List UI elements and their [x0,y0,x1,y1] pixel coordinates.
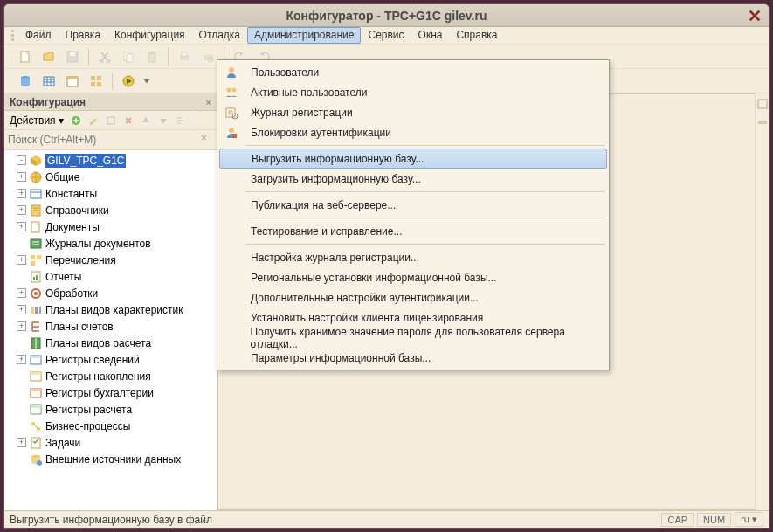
tree-item[interactable]: +Перечисления [4,252,217,268]
tree-item[interactable]: Журналы документов [4,235,217,252]
panel-min-icon[interactable]: _ [197,97,202,107]
dropdown-item[interactable]: Загрузить информационную базу... [219,169,607,189]
expand-icon[interactable]: + [17,172,26,182]
tree-item[interactable]: Регистры накопления [4,368,217,384]
sidebar-header: Конфигурация _× [4,93,217,111]
calendar-icon[interactable] [63,72,82,91]
tree-item[interactable]: +Константы [4,185,217,202]
table-icon[interactable] [39,72,59,91]
expand-icon[interactable]: + [17,255,26,265]
tree-item[interactable]: +Регистры сведений [4,351,217,368]
paste-icon[interactable] [142,47,162,66]
new-file-icon[interactable] [16,47,35,66]
reg3-icon [29,386,43,400]
tree-item-label: Регистры расчета [45,404,132,416]
menu-configuration[interactable]: Конфигурация [107,27,192,44]
tree-item-label: Задачи [45,437,80,449]
dropdown-item[interactable]: Журнал регистрации [219,102,607,122]
svg-point-55 [37,460,42,466]
expand-icon[interactable]: + [17,205,26,215]
delete-icon[interactable] [121,114,135,128]
expand-icon[interactable]: + [17,222,26,231]
status-num: NUM [697,513,731,527]
tree-item[interactable]: +Задачи [4,434,217,451]
dropdown-item[interactable]: Настройка журнала регистрации... [219,247,607,267]
down-icon[interactable] [156,114,170,128]
expand-icon[interactable]: + [17,355,26,364]
dropdown-item[interactable]: Региональные установки информационной ба… [219,267,607,287]
status-lang[interactable]: ru ▾ [735,512,763,527]
expand-icon[interactable]: + [17,288,26,298]
report-icon [29,270,43,284]
search-input[interactable] [8,132,201,147]
status-bar: Выгрузить информационную базу в файл CAP… [4,510,769,528]
grid-icon[interactable] [86,72,106,91]
tree-item[interactable]: +Планы видов характеристик [4,301,217,318]
menu-help[interactable]: Справка [449,27,504,44]
db-icon[interactable] [16,72,35,91]
dropdown-item-label: Журнал регистрации [247,107,353,119]
menu-service[interactable]: Сервис [361,27,411,44]
config-tree[interactable]: -GILV_TPC_G1C+Общие+Константы+Справочник… [4,149,217,510]
dropdown-item[interactable]: Параметры информационной базы... [219,348,607,368]
menu-windows[interactable]: Окна [411,27,450,44]
expand-icon[interactable]: + [17,305,26,314]
dropdown-item[interactable]: Получить хранимое значение пароля для по… [219,328,607,348]
tree-item[interactable]: Регистры бухгалтерии [4,384,217,401]
menu-administration[interactable]: Администрирование [247,27,361,44]
print-icon[interactable] [175,47,194,66]
tree-item[interactable]: +Документы [4,218,217,235]
dropdown-item[interactable]: Выгрузить информационную базу... [219,149,607,169]
tree-item[interactable]: +Планы счетов [4,318,217,335]
tree-item-label: Перечисления [45,254,116,266]
tree-item[interactable]: +Общие [4,169,217,185]
clear-search-icon[interactable]: × [201,132,213,147]
dropdown-item[interactable]: Активные пользователи [219,82,607,102]
tree-item[interactable]: Отчеты [4,268,217,285]
tree-item[interactable]: Регистры расчета [4,401,217,418]
save-icon[interactable] [63,47,82,66]
open-file-icon[interactable] [39,47,59,66]
copy-icon[interactable] [119,47,138,66]
dropdown-item[interactable]: Тестирование и исправление... [219,221,607,241]
menu-edit[interactable]: Правка [59,27,108,44]
dropdown-item[interactable]: Дополнительные настройки аутентификации.… [219,287,607,307]
expand-icon[interactable]: - [17,155,26,165]
properties-icon[interactable] [104,114,118,128]
tree-item[interactable]: Внешние источники данных [4,451,217,467]
tree-item[interactable]: -GILV_TPC_G1C [4,152,217,169]
tree-item-label: Обработки [45,287,98,300]
tree-item-label: Планы видов характеристик [45,304,183,316]
expand-icon[interactable]: + [17,321,26,331]
svg-point-63 [229,128,234,133]
dropdown-item[interactable]: Публикация на веб-сервере... [219,195,607,215]
svg-rect-44 [31,356,41,358]
print-preview-icon[interactable] [198,47,217,66]
actions-dropdown[interactable]: Действия ▾ [10,114,64,127]
play-icon[interactable] [119,72,138,91]
close-button[interactable] [748,9,762,23]
menu-separator [245,145,605,146]
play-dropdown-icon[interactable] [142,72,151,91]
tree-item[interactable]: +Обработки [4,285,217,301]
dropdown-item[interactable]: Блокировки аутентификации [219,122,607,142]
tree-item[interactable]: +Справочники [4,202,217,218]
up-icon[interactable] [139,114,153,128]
expand-icon[interactable]: + [17,189,26,198]
reg4-icon [29,403,43,417]
journal-icon [29,237,43,251]
strip-icon-2[interactable] [757,117,768,130]
edit-icon[interactable] [86,114,100,128]
menu-file[interactable]: Файл [18,27,59,44]
sort-icon[interactable] [174,114,188,128]
tree-item[interactable]: Планы видов расчета [4,335,217,351]
panel-close-icon[interactable]: × [206,97,211,107]
cut-icon[interactable] [95,47,114,66]
add-icon[interactable] [69,114,83,128]
tree-item[interactable]: Бизнес-процессы [4,418,217,434]
expand-icon[interactable]: + [17,438,26,447]
menu-debug[interactable]: Отладка [192,27,247,44]
dropdown-item[interactable]: Пользователи [219,62,607,82]
strip-icon-1[interactable] [757,99,768,112]
right-strip [755,93,769,510]
